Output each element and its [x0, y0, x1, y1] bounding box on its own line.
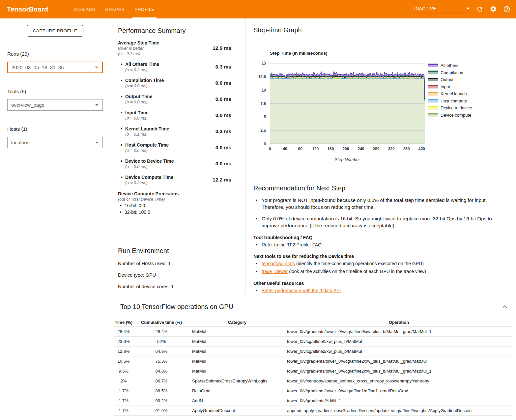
svg-text:400: 400	[418, 147, 425, 151]
chevron-down-icon	[95, 104, 99, 106]
table-row: 10.5%75.3%MatMultower_0/v/gradients/towe…	[114, 356, 513, 366]
svg-text:0: 0	[269, 147, 271, 151]
svg-text:Input: Input	[441, 84, 450, 89]
tab-graphs[interactable]: GRAPHS	[100, 0, 129, 18]
svg-text:120: 120	[312, 147, 319, 151]
table-cell: 1.7%	[114, 406, 133, 416]
legend-item-device-compute: Device compute	[428, 113, 471, 118]
table-cell: 28.4%	[114, 327, 133, 337]
recommendation-link[interactable]: trace_viewer	[262, 269, 288, 274]
legend-item-compilation: Compilation	[428, 70, 463, 75]
breakdown-item-label: Kernel Launch Time	[125, 126, 169, 131]
step-time-breakdown-item: •All Others Time(σ = 0.2 ms)0.3 ms	[118, 62, 245, 72]
performance-summary-title: Performance Summary	[118, 27, 245, 35]
hosts-select[interactable]: localhost	[7, 137, 103, 148]
svg-text:Kernel launch: Kernel launch	[441, 91, 467, 96]
breakdown-item-value: 0.0 ms	[215, 145, 245, 151]
svg-text:Compilation: Compilation	[441, 70, 463, 75]
refresh-icon[interactable]	[476, 5, 484, 13]
precision-item: 16-bit: 0.0	[118, 203, 245, 208]
table-cell: append_apply_gradient_ops/GradientDescen…	[285, 406, 513, 416]
table-row: 12.8%64.8%MatMultower_0/v/cg/affine2/xw_…	[114, 347, 513, 356]
recommendation-subsection: Tool troubleshooting / FAQRefer to the T…	[253, 235, 506, 248]
svg-text:0: 0	[264, 142, 266, 146]
svg-text:5: 5	[264, 115, 266, 119]
table-cell: SparseSoftmaxCrossEntropyWithLogits	[189, 376, 285, 386]
svg-text:Device to device: Device to device	[441, 105, 472, 110]
table-cell: 12.8%	[114, 347, 133, 356]
recommendation-subsection: Next tools to use for reducing the Devic…	[253, 254, 506, 275]
recommendation-subheading: Tool troubleshooting / FAQ	[253, 235, 506, 240]
tab-scalars[interactable]: SCALARS	[69, 0, 100, 18]
top-ops-column-header: Cumulative time (%)	[133, 318, 189, 327]
table-cell: 2%	[114, 376, 133, 386]
step-time-breakdown-list: •All Others Time(σ = 0.2 ms)0.3 ms•Compi…	[118, 62, 245, 185]
breakdown-item-label: Compilation Time	[125, 78, 164, 83]
top-ops-section: Top 10 TensorFlow operations on GPU Time…	[110, 294, 516, 420]
run-environment-line: Number of device cores: 1	[118, 284, 245, 289]
table-cell: 1.7%	[114, 386, 133, 396]
precisions-title: Device Compute Precisions	[118, 191, 245, 196]
topbar-right-cluster: INACTIVE	[414, 5, 511, 13]
table-cell: MatMul	[189, 366, 285, 376]
reload-status-select[interactable]: INACTIVE	[414, 5, 470, 13]
svg-text:Device compute: Device compute	[441, 113, 471, 118]
svg-text:12.5: 12.5	[258, 74, 266, 79]
svg-text:320: 320	[388, 147, 395, 151]
tools-select-value: overview_page	[11, 102, 44, 108]
bullet-dot: •	[118, 62, 125, 72]
table-cell: 86.7%	[133, 376, 189, 386]
precisions-list: 16-bit: 0.032-bit: 100.0	[118, 203, 245, 215]
svg-text:240: 240	[358, 147, 364, 151]
table-cell: tower_0/v/gradients/tower_0/v/cg/affine2…	[285, 356, 513, 366]
average-step-time-value: 12.9 ms	[213, 45, 245, 51]
table-row: 1.7%88.5%ReluGradtower_0/v/gradients/tow…	[114, 386, 513, 396]
settings-gear-icon[interactable]	[489, 5, 497, 13]
table-cell: tower_0/v/cg/affine2/xw_plus_b/MatMul	[285, 347, 513, 356]
recommendation-link[interactable]: tensorflow_stats	[262, 261, 295, 266]
svg-text:40: 40	[283, 147, 287, 151]
recommendation-item: trace_viewer (look at the activities on …	[253, 268, 506, 275]
legend-item-device-to-device: Device to device	[428, 105, 472, 110]
lower-is-better-note: lower is better	[118, 46, 159, 51]
table-cell: 1.7%	[114, 396, 133, 406]
runs-select[interactable]: 2020_03_05_18_31_35	[7, 62, 103, 73]
table-cell: tower_0/v/gradients/AddN_1	[285, 396, 513, 406]
top-ops-column-header: Time (%)	[114, 318, 133, 327]
table-row: 1.7%90.2%AddNtower_0/v/gradients/AddN_1	[114, 396, 513, 406]
recommendation-item-text: Refer to the TF2 Profiler FAQ	[262, 242, 322, 247]
top-app-bar: TensorBoard SCALARSGRAPHSPROFILE INACTIV…	[0, 0, 516, 18]
collapse-chevron-up-icon[interactable]	[501, 303, 509, 311]
breakdown-item-value: 0.0 ms	[215, 96, 245, 102]
tools-select[interactable]: overview_page	[7, 99, 103, 111]
breakdown-item-sigma: (σ = 0.0 ms)	[125, 84, 164, 88]
recommendation-item: Refer to the TF2 Profiler FAQ	[253, 242, 506, 248]
table-cell: tower_0/v/gradients/tower_0/v/cg/affine1…	[285, 386, 513, 396]
breakdown-item-label: Device Compute Time	[125, 175, 173, 180]
recommendation-bullet: Your program is NOT input-bound because …	[253, 197, 504, 211]
sidebar: CAPTURE PROFILE Runs (29) 2020_03_05_18_…	[0, 18, 110, 420]
bullet-dot: •	[118, 158, 125, 169]
step-time-breakdown-item: •Output Time(σ = 0.0 ms)0.0 ms	[118, 94, 245, 104]
recommendation-bullets: Your program is NOT input-bound because …	[253, 197, 506, 229]
average-step-time-sigma: (σ = 0.1 ms)	[118, 51, 159, 56]
step-time-graph-title: Step-time Graph	[253, 26, 516, 34]
recommendation-title: Recommendation for Next Step	[253, 184, 506, 192]
recommendation-link[interactable]: Better performance with the tf.data API	[262, 288, 341, 293]
legend-item-all-others: All others	[428, 63, 459, 68]
breakdown-item-value: 12.2 ms	[213, 177, 245, 183]
tab-profile[interactable]: PROFILE	[129, 0, 159, 18]
top-ops-column-header: Operation	[285, 318, 513, 327]
table-cell: ApplyGradientDescent	[189, 406, 285, 416]
help-icon[interactable]	[503, 5, 511, 13]
legend-item-output: Output	[428, 77, 453, 82]
recommendation-card: Recommendation for Next Step Your progra…	[245, 176, 516, 294]
table-cell: 52%	[133, 337, 189, 347]
top-ops-column-header: Category	[189, 318, 285, 327]
svg-text:80: 80	[298, 147, 302, 151]
chevron-down-icon	[95, 67, 98, 69]
device-compute-precisions: Device Compute Precisions (out of Total …	[118, 191, 245, 215]
capture-profile-button[interactable]: CAPTURE PROFILE	[27, 25, 83, 37]
bullet-dot: •	[118, 94, 125, 104]
svg-text:7.5: 7.5	[260, 101, 266, 106]
